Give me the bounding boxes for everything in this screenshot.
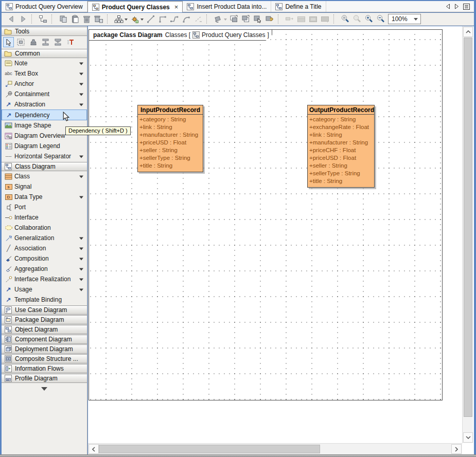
delete-from-diagram-button[interactable] — [93, 13, 104, 25]
palette-item-generalization[interactable]: Generalization — [2, 233, 87, 243]
text-tool-button[interactable] — [65, 37, 76, 47]
palette-section-object-diagram[interactable]: Object Diagram — [2, 325, 87, 334]
straight-path-button[interactable] — [145, 13, 156, 25]
scroll-right-button[interactable] — [451, 444, 462, 454]
dropdown-arrow-icon[interactable] — [79, 278, 83, 283]
distribute-vertically-button[interactable] — [40, 37, 51, 47]
palette-section-common[interactable]: Common — [2, 49, 87, 58]
paste-button[interactable] — [69, 13, 81, 25]
layout-dropdown-icon[interactable] — [125, 19, 128, 22]
fill-color-dropdown-icon[interactable] — [224, 19, 227, 22]
class-output-product-record[interactable]: OutputProductRecord +category : String +… — [307, 105, 375, 188]
tab-define-a-title[interactable]: Define a Title — [271, 1, 326, 12]
marquee-select-tool-button[interactable] — [15, 37, 26, 47]
dropdown-arrow-icon[interactable] — [79, 83, 83, 87]
zoom-out-button[interactable] — [375, 13, 386, 25]
scroll-up-button[interactable] — [463, 27, 473, 37]
tab-list-button[interactable] — [463, 4, 470, 10]
palette-item-interface-realization[interactable]: Interface Realization — [2, 274, 87, 284]
vertical-scroll-thumb[interactable] — [464, 38, 472, 417]
palette-item-data-type[interactable]: D Data Type — [2, 192, 87, 202]
next-tab-button[interactable] — [454, 4, 459, 9]
palette-item-template-binding[interactable]: ↗ Template Binding — [2, 295, 87, 305]
dropdown-arrow-icon[interactable] — [79, 258, 83, 262]
previous-tab-button[interactable] — [446, 4, 450, 9]
palette-section-class-diagram[interactable]: Class Diagram — [2, 162, 87, 171]
scroll-down-button[interactable] — [463, 432, 473, 443]
palette-item-interface[interactable]: Interface — [2, 212, 87, 223]
select-in-containment-tree-button[interactable] — [37, 13, 49, 25]
to-back-button[interactable] — [240, 13, 252, 25]
palette-item-dependency[interactable]: ↗ Dependency — [2, 109, 87, 120]
pointer-tool-button[interactable] — [3, 37, 14, 47]
palette-item-signal[interactable]: s Signal — [2, 181, 87, 192]
dropdown-arrow-icon[interactable] — [79, 103, 83, 108]
palette-item-aggregation[interactable]: Aggregation — [2, 264, 87, 274]
forward-button[interactable] — [17, 13, 29, 25]
stamp-tool-button[interactable] — [28, 37, 39, 47]
spline-path-button[interactable] — [192, 13, 204, 25]
zoom-combobox[interactable]: 100% — [388, 14, 421, 24]
delete-button[interactable] — [81, 13, 93, 25]
dropdown-arrow-icon[interactable] — [79, 268, 83, 272]
palette-item-class[interactable]: Class — [2, 171, 87, 181]
dropdown-arrow-icon[interactable] — [79, 196, 83, 200]
dropdown-arrow-icon[interactable] — [79, 62, 83, 67]
dropdown-arrow-icon[interactable] — [79, 175, 83, 180]
oblique-path-button[interactable] — [168, 13, 180, 25]
fill-color-button[interactable] — [212, 13, 224, 25]
vertical-scrollbar[interactable] — [462, 26, 473, 443]
dropdown-arrow-icon[interactable] — [79, 155, 83, 160]
to-front-button[interactable] — [228, 13, 240, 25]
palette-item-horizontal-separator[interactable]: ---- Horizontal Separator — [2, 151, 87, 161]
horizontal-scroll-thumb[interactable] — [99, 445, 320, 453]
diagram-frame-header[interactable]: package Class Diagram Classes [ Product … — [89, 29, 272, 41]
distribute-horizontally-button[interactable] — [52, 37, 63, 47]
palette-section-profile-diagram[interactable]: Profile Diagram — [2, 374, 87, 383]
palette-section-deployment-diagram[interactable]: Deployment Diagram — [2, 344, 87, 354]
palette-item-composition[interactable]: Composition — [2, 253, 87, 264]
palette-item-text-box[interactable]: abc Text Box — [2, 68, 87, 79]
tab-insert-product-data[interactable]: Insert Product Data into... — [183, 1, 271, 12]
palette-section-information-flows[interactable]: Information Flows — [2, 364, 87, 373]
scroll-left-button[interactable] — [89, 444, 99, 454]
rectilinear-path-button[interactable] — [156, 13, 168, 25]
chevron-down-icon[interactable] — [414, 18, 418, 23]
palette-item-port[interactable]: Port — [2, 202, 87, 212]
tab-product-query-overview[interactable]: Product Query Overview — [2, 1, 87, 12]
palette-item-diagram-legend[interactable]: Diagram Legend — [2, 141, 87, 151]
copy-button[interactable] — [57, 13, 69, 25]
palette-item-usage[interactable]: ↗ Usage — [2, 284, 87, 295]
select-pass-through-button[interactable] — [252, 13, 263, 25]
palette-section-use-case-diagram[interactable]: Use Case Diagram — [2, 305, 87, 315]
quick-layout-dropdown-icon[interactable] — [140, 19, 144, 22]
palette-section-package-diagram[interactable]: Package Diagram — [2, 315, 87, 324]
horizontal-scrollbar[interactable] — [88, 443, 462, 454]
layout-button[interactable] — [113, 13, 125, 25]
palette-item-containment[interactable]: Containment — [2, 89, 87, 99]
dropdown-arrow-icon[interactable] — [79, 237, 83, 242]
diagram-canvas[interactable]: package Class Diagram Classes [ Product … — [88, 26, 474, 454]
class-input-product-record[interactable]: InputProductRecord +category : String +l… — [137, 105, 203, 172]
zoom-1-1-button[interactable] — [339, 13, 351, 25]
palette-item-abstraction[interactable]: ↗ Abstraction — [2, 99, 87, 109]
close-tab-icon[interactable]: × — [174, 4, 179, 10]
back-button[interactable] — [5, 13, 17, 25]
dropdown-arrow-icon[interactable] — [79, 247, 83, 252]
palette-item-association[interactable]: ╱ Association — [2, 243, 87, 253]
palette-item-note[interactable]: Note — [2, 58, 87, 68]
palette-expand-button[interactable] — [2, 385, 87, 393]
dropdown-arrow-icon[interactable] — [79, 72, 83, 77]
zoom-in-button[interactable] — [363, 13, 375, 25]
palette-section-tools[interactable]: Tools — [2, 27, 87, 36]
sticky-mode-button[interactable] — [263, 13, 275, 25]
quick-layout-button[interactable] — [129, 13, 140, 25]
palette-section-component-diagram[interactable]: Component Diagram — [2, 335, 87, 344]
palette-item-anchor[interactable]: Anchor — [2, 79, 87, 89]
curved-path-button[interactable] — [180, 13, 192, 25]
dropdown-arrow-icon[interactable] — [79, 288, 83, 293]
dropdown-arrow-icon[interactable] — [79, 93, 83, 98]
palette-item-collaboration[interactable]: Collaboration — [2, 223, 87, 233]
tab-product-query-classes[interactable]: Product Query Classes × — [87, 1, 183, 12]
palette-section-composite-structure[interactable]: Composite Structure ... — [2, 354, 87, 363]
